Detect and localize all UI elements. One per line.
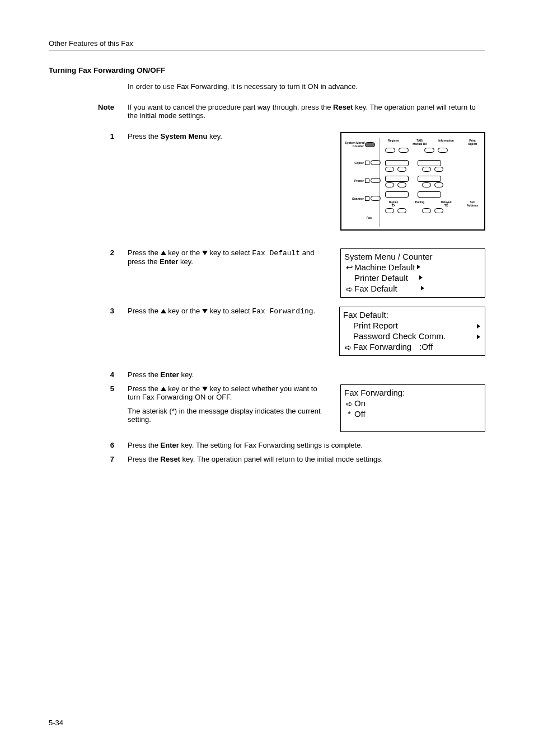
operation-panel-diagram: Register TAD/ Manual RX Information Prin…	[340, 132, 485, 231]
s4-c: key.	[179, 370, 194, 379]
step-6-number: 6	[49, 441, 128, 449]
diag-pill	[422, 167, 431, 172]
s2-code: Fax Default	[252, 249, 300, 257]
step-6-body: Press the Enter key. The setting for Fax…	[128, 441, 485, 449]
diag-pill	[397, 208, 406, 213]
note-text-reset: Reset	[333, 103, 353, 111]
s3-b: key or the	[166, 307, 202, 315]
s3-code: Fax Forwarding	[252, 307, 313, 316]
step-3-body: Press the key or the key to select Fax F…	[128, 307, 325, 356]
diag-pill	[397, 182, 406, 187]
step-6-row: 6 Press the Enter key. The setting for F…	[49, 441, 485, 449]
diag-pill	[371, 196, 381, 201]
diag-row-fax-label: Fax	[353, 216, 372, 219]
diag-pill	[422, 208, 431, 213]
diag-softkey	[385, 191, 409, 198]
lcd2-item-2: Password Check Comm.	[353, 331, 446, 341]
diag-softkey	[385, 160, 409, 166]
diag-softkey	[418, 160, 441, 166]
diag-row-sysmenu-label: System Menu/ Counter	[345, 141, 364, 148]
s7-a: Press the	[128, 455, 161, 463]
s7-c: key. The operation panel will return to …	[180, 455, 383, 463]
diag-pill	[397, 167, 406, 172]
diag-label-subaddr: Sub Address	[464, 200, 481, 207]
diag-row-printer-label: Printer	[345, 179, 364, 182]
diag-softkey	[385, 176, 409, 182]
s2-b: key or the	[166, 248, 202, 257]
lcd3-item-1: On	[354, 398, 366, 408]
step-2-body: Press the key or the key to select Fax D…	[128, 248, 325, 298]
s5-b: key or the	[166, 384, 202, 393]
up-arrow-icon	[161, 251, 166, 255]
down-arrow-icon	[202, 251, 208, 255]
printer-led-icon	[365, 179, 369, 183]
cursor-icon: ➪	[344, 285, 354, 293]
lcd3-item-2: Off	[354, 408, 366, 419]
step-5-row: 5 Press the key or the key to select whe…	[49, 384, 485, 432]
s2-e: Enter	[160, 257, 178, 266]
s2-f: key.	[178, 257, 193, 266]
step-1-row: 1 Press the System Menu key. Register TA…	[49, 132, 485, 231]
scanner-led-icon	[365, 196, 369, 201]
s4-b: Enter	[161, 370, 179, 379]
step-3-row: 3 Press the key or the key to select Fax…	[49, 307, 485, 356]
step-3-number: 3	[49, 307, 128, 356]
step-7-row: 7 Press the Reset key. The operation pan…	[49, 455, 485, 463]
diag-label-delayed: Delayed TX	[438, 200, 455, 207]
step-2-row: 2 Press the key or the key to select Fax…	[49, 248, 485, 298]
up-arrow-icon	[161, 387, 166, 391]
page-number: 5-34	[49, 719, 63, 727]
running-header: Other Features of this Fax	[49, 39, 485, 48]
diag-row-copier-label: Copier	[345, 161, 364, 165]
step-1-number: 1	[49, 132, 128, 231]
diag-pill	[385, 167, 394, 172]
section-title: Turning Fax Forwarding ON/OFF	[49, 66, 485, 74]
diag-pill	[371, 178, 381, 183]
step-4-row: 4 Press the Enter key.	[49, 370, 485, 379]
lcd-screen-3: Fax Forwarding: ➪On *Off	[340, 384, 485, 432]
s3-d: .	[313, 307, 316, 315]
lcd1-item-2: Printer Default	[354, 273, 408, 283]
diag-softkey	[418, 191, 441, 198]
step-5-body: Press the key or the key to select wheth…	[128, 384, 325, 432]
lcd2-item-1: Print Report	[353, 320, 398, 331]
step-2-number: 2	[49, 248, 128, 298]
s1-text-a: Press the	[128, 132, 161, 140]
diag-label-polling: Polling	[411, 200, 428, 207]
intro-paragraph: In order to use Fax Forwarding, it is ne…	[128, 82, 485, 91]
chevron-right-icon	[417, 265, 420, 269]
diag-row-scanner-label: Scanner	[345, 197, 364, 200]
step-5-number: 5	[49, 384, 128, 432]
diag-pill	[424, 148, 434, 153]
note-label: Note	[49, 103, 128, 120]
diag-pill	[434, 208, 443, 213]
note-block: Note If you want to cancel the procedure…	[49, 103, 485, 120]
note-text-a: If you want to cancel the procedure part…	[128, 103, 333, 111]
step-7-number: 7	[49, 455, 128, 463]
step-3-lcd-col: Fax Default: Print Report Password Check…	[327, 307, 485, 356]
s6-c: key. The setting for Fax Forwarding sett…	[179, 441, 363, 449]
chevron-right-icon	[421, 286, 424, 290]
s7-b: Reset	[161, 455, 180, 463]
s3-c: key to select	[208, 307, 252, 315]
diag-pill	[422, 182, 431, 187]
diag-softkey	[418, 176, 441, 182]
cursor-icon: ➪	[343, 343, 353, 351]
s2-c: key to select	[208, 248, 252, 257]
lcd1-item-3: Fax Default	[354, 283, 397, 294]
chevron-right-icon	[419, 275, 423, 280]
step-4-number: 4	[49, 370, 128, 379]
diag-pill	[434, 182, 443, 187]
chevron-right-icon	[477, 335, 480, 339]
diag-pill	[434, 167, 443, 172]
step-7-body: Press the Reset key. The operation panel…	[128, 455, 485, 463]
lcd1-title: System Menu / Counter	[344, 251, 433, 262]
chevron-right-icon	[477, 324, 480, 328]
down-arrow-icon	[202, 309, 208, 313]
step-4-body: Press the Enter key.	[128, 370, 485, 379]
note-body: If you want to cancel the procedure part…	[128, 103, 485, 120]
asterisk-icon: *	[344, 408, 354, 419]
s5-a: Press the	[128, 384, 161, 393]
lcd3-title: Fax Forwarding:	[344, 387, 405, 398]
back-icon: ↩	[344, 262, 354, 273]
